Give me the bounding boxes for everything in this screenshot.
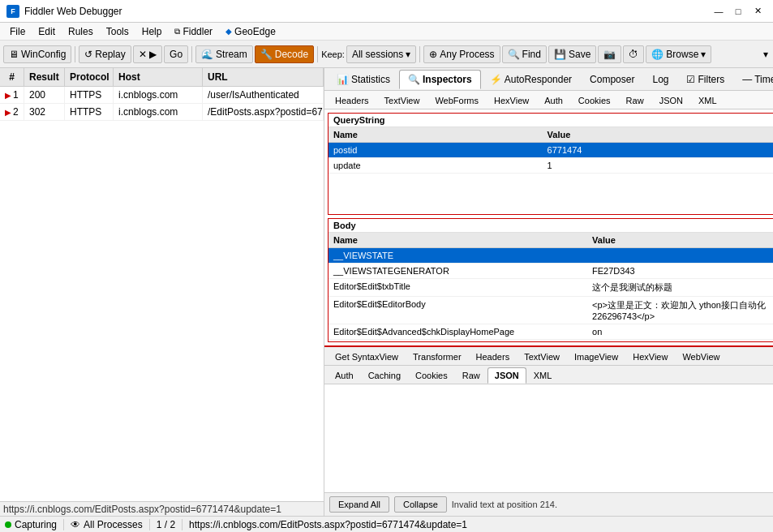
decode-button[interactable]: 🔧 Decode (255, 45, 314, 63)
replay-button[interactable]: ↺ Replay (79, 45, 131, 63)
save-label: Save (569, 49, 590, 60)
arrow-icon: ▶ (5, 108, 11, 117)
sub-tab-webforms[interactable]: WebForms (427, 92, 486, 109)
any-process-icon: ⊕ (429, 49, 437, 60)
title-bar-left: F Fiddler Web Debugger (6, 5, 122, 18)
tab-timeline[interactable]: — Timeline (733, 70, 773, 89)
body-name-vsgenerator: __VIEWSTATEGENERATOR (329, 264, 587, 279)
camera-button[interactable]: 📷 (598, 45, 621, 63)
menu-file[interactable]: File (3, 24, 32, 39)
session-result: 200 (24, 87, 65, 103)
title-bar-controls: — □ ✕ (710, 4, 767, 19)
tab-autoresponder-label: AutoResponder (505, 74, 572, 85)
keep-value: All sessions (352, 49, 403, 60)
menu-geoedge[interactable]: ◆ GeoEdge (219, 24, 282, 39)
session-num-value: 2 (13, 106, 19, 118)
body-scroll[interactable]: Name Value __VIEWSTATE __VIEWSTATEGENERA… (329, 233, 773, 341)
querystring-table: Name Value postid 6771474 update 1 (329, 127, 773, 174)
tab-composer-label: Composer (590, 74, 634, 85)
table-row[interactable]: __VIEWSTATE (329, 248, 773, 264)
table-row[interactable]: Editor$Edit$EditorBody <p>这里是正文：欢迎加入 yth… (329, 297, 773, 324)
bottom-tab-webview[interactable]: WebView (675, 349, 727, 365)
menu-help[interactable]: Help (135, 24, 169, 39)
minimize-button[interactable]: — (710, 4, 728, 19)
tab-autoresponder[interactable]: ⚡ AutoResponder (481, 70, 581, 89)
expand-all-button[interactable]: Expand All (329, 496, 389, 513)
sub-tab-headers[interactable]: Headers (328, 92, 376, 109)
stream-button[interactable]: 🌊 Stream (195, 45, 253, 63)
sub-tab-raw[interactable]: Raw (619, 92, 651, 109)
sub-tab-json[interactable]: JSON (652, 92, 690, 109)
save-button[interactable]: 💾 Save (548, 45, 596, 63)
menu-rules[interactable]: Rules (62, 24, 100, 39)
any-process-button[interactable]: ⊕ Any Process (423, 45, 500, 63)
bottom-tab-caching[interactable]: Caching (361, 367, 408, 384)
table-row[interactable]: update 1 (329, 158, 773, 174)
go-button[interactable]: Go (164, 45, 188, 63)
tab-filters[interactable]: ☑ Filters (677, 70, 733, 89)
menu-fiddler[interactable]: ⧉ Fiddler (168, 24, 219, 39)
bottom-tab-headers[interactable]: Headers (469, 349, 517, 365)
bottom-tab-textview[interactable]: TextView (517, 349, 567, 365)
session-result: 302 (24, 104, 65, 120)
winconfig-button[interactable]: 🖥 WinConfig (3, 45, 71, 63)
body-name-viewstate: __VIEWSTATE (329, 248, 587, 264)
bottom-tab-cookies[interactable]: Cookies (408, 367, 455, 384)
close-button[interactable]: ✕ (749, 4, 767, 19)
timer-button[interactable]: ⏱ (623, 45, 644, 63)
bottom-tab-raw[interactable]: Raw (455, 367, 487, 384)
sub-tab-xml[interactable]: XML (691, 92, 724, 109)
body-table: Name Value __VIEWSTATE __VIEWSTATEGENERA… (329, 233, 773, 341)
session-protocol: HTTPS (65, 87, 114, 103)
toolbar-sep-1 (75, 46, 75, 62)
winconfig-icon: 🖥 (9, 49, 19, 60)
maximize-button[interactable]: □ (729, 4, 747, 19)
tab-filters-label: Filters (698, 74, 724, 85)
sub-tab-textview[interactable]: TextView (377, 92, 427, 109)
toolbar-sep-2 (191, 46, 192, 62)
replay-label: Replay (95, 49, 125, 60)
keep-arrow-icon: ▾ (406, 49, 410, 60)
bottom-tab-hexview[interactable]: HexView (625, 349, 675, 365)
table-row[interactable]: Editor$Edit$txbTitle 这个是我测试的标题 (329, 279, 773, 297)
session-url: /user/IsAuthenticated (203, 87, 324, 103)
sub-tab-cookies[interactable]: Cookies (571, 92, 618, 109)
bottom-tab-imageview[interactable]: ImageView (567, 349, 625, 365)
menu-tools[interactable]: Tools (100, 24, 135, 39)
querystring-empty-space (329, 174, 773, 214)
body-name-comments: Editor$Edit$Advanced$chkComments (329, 340, 587, 342)
menu-edit[interactable]: Edit (32, 24, 62, 39)
bottom-tab-xml[interactable]: XML (526, 367, 560, 384)
toolbar-expand-button[interactable]: ▾ (762, 47, 770, 62)
actions-button[interactable]: ✕ ▶ (133, 45, 162, 63)
tab-composer[interactable]: Composer (581, 70, 643, 89)
table-row[interactable]: __VIEWSTATEGENERATOR FE27D343 (329, 264, 773, 279)
session-num-value: 1 (13, 89, 19, 101)
col-header-host: Host (114, 68, 203, 86)
find-button[interactable]: 🔍 Find (502, 45, 547, 63)
qs-value-header: Value (543, 127, 773, 143)
table-row[interactable]: postid 6771474 (329, 143, 773, 158)
col-header-protocol: Protocol (65, 68, 114, 86)
decode-icon: 🔧 (260, 49, 273, 60)
collapse-button[interactable]: Collapse (394, 496, 447, 513)
bottom-tab-transformer[interactable]: Transformer (406, 349, 469, 365)
sub-tab-hexview[interactable]: HexView (487, 92, 536, 109)
tab-log[interactable]: Log (643, 70, 677, 89)
table-row[interactable]: ▶ 2 302 HTTPS i.cnblogs.com /EditPosts.a… (0, 104, 324, 121)
menu-bar: File Edit Rules Tools Help ⧉ Fiddler ◆ G… (0, 23, 773, 41)
tab-inspectors[interactable]: 🔍 Inspectors (399, 70, 481, 89)
browse-button[interactable]: 🌐 Browse ▾ (646, 45, 711, 63)
pages-segment: 1 / 2 (157, 519, 175, 530)
bottom-tab-json[interactable]: JSON (487, 367, 526, 384)
keep-dropdown[interactable]: All sessions ▾ (346, 45, 416, 63)
table-row[interactable]: ▶ 1 200 HTTPS i.cnblogs.com /user/IsAuth… (0, 87, 324, 104)
table-row[interactable]: Editor$Edit$Advanced$chkDisplayHomePage … (329, 324, 773, 340)
tab-statistics[interactable]: 📊 Statistics (328, 70, 399, 89)
bottom-tab-syntaxview[interactable]: Get SyntaxView (328, 349, 406, 365)
bottom-tab-auth[interactable]: Auth (328, 367, 361, 384)
timeline-icon: — (742, 74, 752, 85)
sub-tab-auth[interactable]: Auth (537, 92, 570, 109)
find-icon: 🔍 (508, 49, 520, 60)
table-row[interactable]: Editor$Edit$Advanced$chkComments on (329, 340, 773, 342)
